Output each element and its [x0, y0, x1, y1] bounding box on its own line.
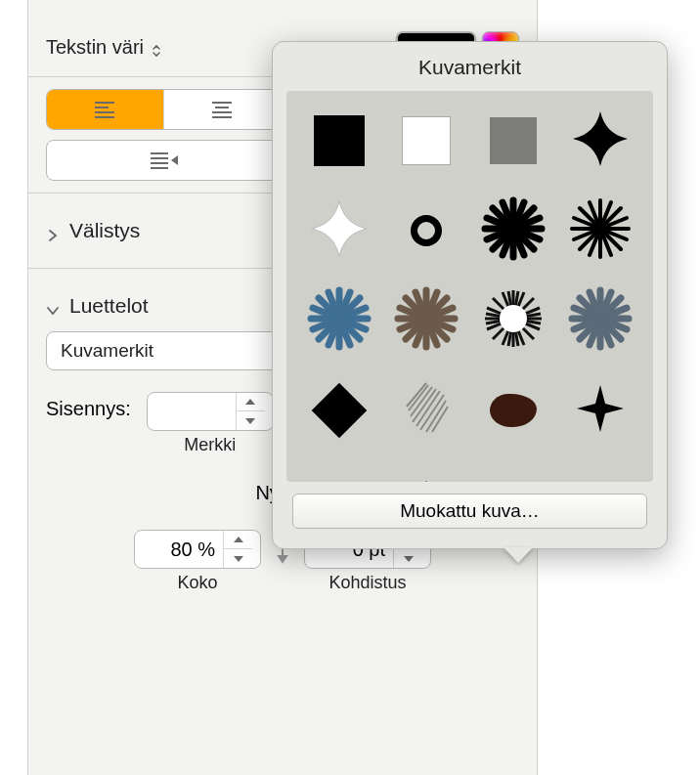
popover-tail	[503, 547, 533, 563]
bullet-indent-group: Merkki	[147, 392, 274, 455]
size-label: Koko	[177, 573, 217, 593]
custom-image-label: Muokattu kuva…	[400, 500, 540, 522]
bullet-burst-black[interactable]	[481, 198, 546, 263]
stepper-down-button[interactable]	[237, 411, 265, 431]
bullet-burst-black-thin[interactable]	[568, 198, 633, 263]
bullet-burst-stripe[interactable]	[481, 288, 546, 353]
bullet-blob-brown[interactable]	[481, 378, 546, 443]
bullet-circle-ring[interactable]	[394, 198, 459, 263]
spacing-label: Välistys	[69, 219, 140, 242]
stepper	[236, 392, 265, 431]
align-label: Kohdistus	[328, 573, 406, 593]
svg-point-44	[500, 305, 527, 332]
bullet-indent-field[interactable]	[147, 392, 274, 431]
popover-title: Kuvamerkit	[286, 56, 653, 79]
text-color-label: Tekstin väri	[46, 36, 144, 59]
size-group: Koko	[134, 530, 261, 593]
lists-label: Luettelot	[69, 294, 149, 318]
bullet-diamond-black-2[interactable]	[394, 468, 459, 482]
size-field[interactable]	[134, 530, 261, 569]
bullet-scribble-gray[interactable]	[394, 378, 459, 443]
bullet-star4-white[interactable]	[307, 198, 372, 263]
stepper-down-button[interactable]	[394, 549, 422, 569]
image-bullets-popover: Kuvamerkit	[272, 41, 668, 549]
alignment-segmented-control	[46, 89, 281, 130]
bullet-grid	[286, 91, 653, 482]
bullet-sparkle-black[interactable]	[568, 378, 633, 443]
bullet-square-gray[interactable]	[481, 108, 546, 173]
custom-image-button[interactable]: Muokattu kuva…	[292, 494, 647, 529]
align-center-icon	[212, 102, 232, 118]
indent-segmented-control[interactable]	[46, 140, 281, 181]
bullet-square-white[interactable]	[394, 108, 459, 173]
size-input[interactable]	[135, 538, 223, 561]
align-center-button[interactable]	[164, 90, 281, 129]
stepper-up-button[interactable]	[224, 530, 252, 549]
stepper-down-button[interactable]	[224, 549, 252, 569]
stepper	[223, 530, 252, 569]
bullet-burst-gray[interactable]	[568, 288, 633, 353]
align-left-icon	[95, 102, 114, 118]
chevron-right-icon	[46, 224, 60, 237]
indent-label: Sisennys:	[46, 392, 131, 420]
bullet-indent-label: Merkki	[184, 435, 236, 455]
chevron-down-icon	[46, 299, 60, 313]
bullet-burst-brown[interactable]	[394, 288, 459, 353]
bullet-star4-black[interactable]	[568, 108, 633, 173]
bullet-square-black[interactable]	[307, 108, 372, 173]
bullet-diamond-black[interactable]	[307, 378, 372, 443]
list-style-value: Kuvamerkit	[61, 340, 153, 362]
stepper-up-button[interactable]	[237, 392, 265, 411]
bullet-indent-input[interactable]	[148, 401, 236, 423]
outdent-icon	[151, 151, 176, 170]
text-color-popup[interactable]: Tekstin väri	[46, 36, 163, 59]
bullet-burst-blue[interactable]	[307, 288, 372, 353]
chevron-up-down-icon	[150, 40, 163, 54]
align-left-button[interactable]	[47, 90, 164, 129]
